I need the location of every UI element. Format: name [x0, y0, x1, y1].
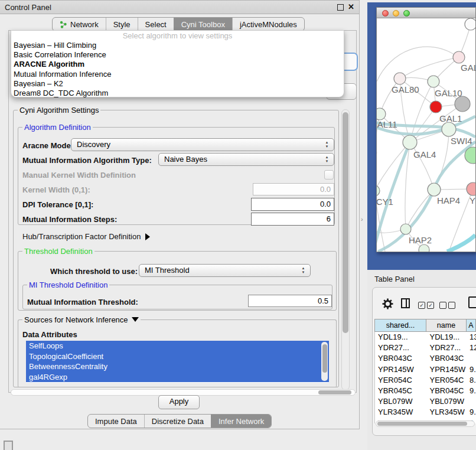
split-columns-icon[interactable]: [401, 298, 410, 308]
cell-value[interactable]: 9.: [467, 407, 476, 418]
cell-value[interactable]: 13: [467, 332, 476, 343]
mi-algorithm-type-combobox[interactable]: Naive Bayes ▲▼: [158, 153, 334, 166]
hub-definition-expander[interactable]: Hub/Transcription Factor Definition: [22, 232, 150, 241]
column-header-name[interactable]: name: [426, 319, 467, 332]
cell-shared[interactable]: YBL079W: [375, 396, 426, 407]
cell-shared[interactable]: YBR045C: [375, 386, 426, 396]
cell-name[interactable]: YDL19...: [426, 332, 467, 343]
node-gal11[interactable]: [377, 108, 386, 120]
float-window-icon[interactable]: [337, 4, 344, 11]
export-table-icon[interactable]: [468, 296, 476, 308]
cell-shared[interactable]: YDR27...: [375, 343, 426, 353]
table-horizontal-scroll-thumb[interactable]: [377, 422, 467, 426]
node[interactable]: [465, 18, 475, 30]
table-row[interactable]: YBR045CYBR045C9.: [375, 386, 476, 396]
node-hap2[interactable]: [400, 224, 411, 234]
node-gcy1[interactable]: [377, 185, 380, 196]
table-row[interactable]: YER054CYER054C8.: [375, 375, 476, 386]
settings-vertical-scroll-thumb[interactable]: [343, 112, 348, 333]
minimize-traffic-light[interactable]: [393, 10, 399, 17]
sources-legend[interactable]: Sources for Network Inference: [22, 315, 141, 324]
cell-name[interactable]: YBL079W: [426, 396, 467, 407]
cell-shared[interactable]: YBR043C: [375, 353, 426, 364]
hide-columns-icon[interactable]: [439, 302, 457, 312]
table-row[interactable]: YLR345WYLR345W9.: [375, 407, 476, 418]
tab-network[interactable]: Network: [53, 18, 106, 31]
node-gal80[interactable]: [394, 73, 406, 84]
manual-kernel-checkbox[interactable]: [324, 170, 334, 180]
attribute-item-selected[interactable]: SelfLoops: [26, 341, 329, 351]
settings-horizontal-scroll-thumb[interactable]: [318, 390, 351, 394]
close-icon[interactable]: ✕: [348, 2, 354, 11]
which-threshold-combobox[interactable]: MI Threshold ▲▼: [139, 264, 311, 277]
show-selected-columns-icon[interactable]: ✓✓: [418, 302, 436, 312]
node-gal1[interactable]: [430, 101, 442, 113]
tab-cyni-toolbox[interactable]: Cyni Toolbox: [174, 18, 232, 31]
tab-jactivemnodules[interactable]: jActiveMNodules: [232, 18, 304, 31]
mi-steps-field[interactable]: 6: [251, 213, 334, 226]
close-traffic-light[interactable]: [382, 10, 389, 17]
attribute-item-selected[interactable]: BetweennessCentrality: [26, 361, 329, 372]
attribute-list-scrollbar[interactable]: [321, 342, 328, 381]
cell-value[interactable]: 9.: [467, 386, 476, 396]
attribute-list-scroll-thumb[interactable]: [322, 344, 327, 373]
table-horizontal-scrollbar[interactable]: [376, 420, 475, 427]
attribute-item-selected[interactable]: TopologicalCoefficient: [26, 351, 329, 362]
algorithm-option[interactable]: Dream8 DC_TDC Algorithm: [11, 89, 344, 98]
algorithm-option[interactable]: Mutual Information Inference: [11, 70, 344, 79]
tab-impute-data[interactable]: Impute Data: [88, 415, 144, 428]
splitter-expand-arrow[interactable]: ›: [361, 216, 363, 223]
node-hap4[interactable]: [428, 183, 441, 196]
mi-threshold-field[interactable]: 0.5: [248, 295, 332, 307]
cell-shared[interactable]: YLR345W: [375, 407, 426, 418]
gear-icon[interactable]: [382, 298, 393, 309]
table-row[interactable]: YDL19...YDL19...13: [375, 332, 476, 343]
control-panel-titlebar[interactable]: Control Panel ✕: [0, 1, 359, 14]
column-header-partial[interactable]: A: [467, 319, 476, 332]
cell-shared[interactable]: YER054C: [375, 375, 426, 386]
network-canvas[interactable]: GAL GAL80 GAL10 GAL1 GAL11 SWI4 GAL4 GCY…: [377, 18, 475, 252]
table-row[interactable]: YBR043CYBR043C: [375, 353, 476, 364]
cell-name[interactable]: YBR043C: [426, 353, 467, 364]
tab-select[interactable]: Select: [138, 18, 174, 31]
cell-value[interactable]: [467, 396, 476, 407]
node-salmon[interactable]: [467, 182, 475, 195]
table-row[interactable]: YDR27...YDR27...12: [375, 343, 476, 353]
zoom-traffic-light[interactable]: [403, 10, 410, 17]
cell-value[interactable]: [467, 353, 476, 364]
node-gal4[interactable]: [403, 135, 417, 149]
node-bottom-partial[interactable]: [419, 244, 429, 252]
algorithm-option[interactable]: Bayesian – Hill Climbing: [11, 41, 344, 50]
cell-name[interactable]: YDR27...: [426, 343, 467, 353]
cell-name[interactable]: YPR145W: [426, 364, 467, 375]
tab-style[interactable]: Style: [106, 18, 138, 31]
cell-value[interactable]: 9.: [467, 364, 476, 375]
tab-discretize-data[interactable]: Discretize Data: [144, 415, 211, 428]
table-row[interactable]: YBL079WYBL079W: [375, 396, 476, 407]
cell-shared[interactable]: YPR145W: [375, 364, 426, 375]
attribute-item-selected[interactable]: gal4RGexp: [26, 372, 329, 383]
node-gray[interactable]: [455, 96, 470, 112]
node-gal-partial[interactable]: [453, 51, 465, 63]
algorithm-option[interactable]: Basic Correlation Inference: [11, 50, 344, 60]
cell-value[interactable]: 12: [467, 343, 476, 353]
node-gal10[interactable]: [428, 76, 439, 87]
cell-name[interactable]: YER054C: [426, 375, 467, 386]
cell-name[interactable]: YLR345W: [426, 407, 467, 418]
aracne-mode-combobox[interactable]: Discovery ▲▼: [71, 138, 334, 151]
column-header-shared-name[interactable]: shared...: [374, 319, 426, 332]
table-row[interactable]: YPR145WYPR145W9.: [375, 364, 476, 375]
node-swi4[interactable]: [442, 122, 456, 136]
network-window-titlebar[interactable]: [377, 8, 475, 18]
algorithm-option-selected[interactable]: ARACNE Algorithm: [11, 60, 344, 69]
tab-infer-network[interactable]: Infer Network: [211, 415, 271, 428]
cell-value[interactable]: 8.: [467, 375, 476, 386]
dpi-tolerance-field[interactable]: 0.0: [251, 198, 334, 211]
minimized-panel-icon[interactable]: [4, 441, 13, 450]
algorithm-option[interactable]: Bayesian – K2: [11, 79, 344, 89]
cell-shared[interactable]: YDL19...: [375, 332, 426, 343]
cell-name[interactable]: YBR045C: [426, 386, 467, 396]
apply-button[interactable]: Apply: [158, 395, 200, 409]
kernel-width-field[interactable]: 0.0: [253, 183, 334, 195]
settings-vertical-scrollbar[interactable]: [341, 109, 350, 390]
